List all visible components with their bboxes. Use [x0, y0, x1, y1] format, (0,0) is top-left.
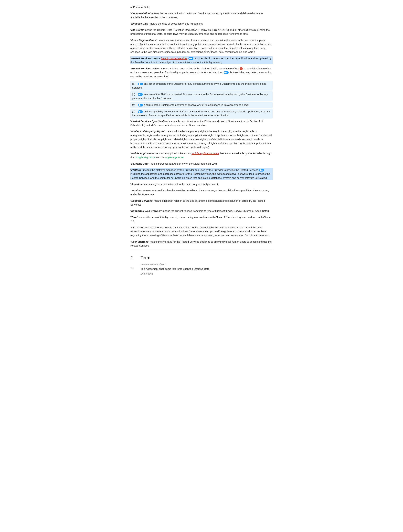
definition-support-services: "Support Services" means support in rela… — [130, 199, 273, 207]
section-divider — [130, 250, 273, 250]
list-toggle-c[interactable]: ► — [138, 104, 143, 107]
definition-term-text: means the term of this Agreement, commen… — [130, 216, 271, 222]
term-supported-web-browser: Supported Web Browser — [131, 209, 161, 212]
mobile-app-name-italic: mobile application name — [191, 152, 219, 155]
personal-data-ref: Personal Data — [133, 6, 149, 8]
list-label-d: (d) — [132, 109, 137, 114]
definition-schedule: "Schedule" means any schedule attached t… — [130, 182, 273, 186]
toggle-circle-2 — [224, 72, 226, 74]
list-label-b: (b) — [132, 92, 137, 96]
clause-2-1-text: This Agreement shall come into force upo… — [140, 267, 273, 271]
definition-mobile-middle: and the — [155, 156, 165, 159]
definition-user-interface: "User Interface" means the interface for… — [130, 240, 273, 248]
toggle-circle-a — [139, 83, 140, 85]
term-uk-gdpr: UK GDPR — [131, 226, 143, 229]
definition-swb-text: means the current release from time to t… — [162, 209, 269, 212]
toggle-circle-c — [139, 104, 140, 106]
definition-services: "Services" means any services that the P… — [130, 189, 273, 196]
definition-hsd-pre: means a defect, error or bug in the Plat… — [160, 67, 239, 70]
list-item-b: (b) ► any use of the Platform or Hosted … — [130, 91, 273, 101]
platform-toggle[interactable]: ► — [259, 169, 264, 171]
list-item-a: (a) ► any act or omission of the Custome… — [130, 81, 273, 91]
list-toggle-b[interactable]: ► — [138, 93, 143, 96]
term-user-interface: User Interface — [131, 240, 148, 243]
toggle-circle — [189, 58, 191, 59]
term-hosted-services-defect: Hosted Services Defect — [131, 67, 159, 70]
definition-hosted-services: "Hosted Services" means identify hosted … — [130, 56, 273, 64]
definition-services-text: means any services that the Provider pro… — [130, 189, 269, 196]
definition-hosted-services-pre: means — [152, 57, 161, 60]
definition-personal-data-text: means personal data under any of the Dat… — [149, 162, 218, 165]
toggle-arrow-right-2: ► — [226, 71, 228, 74]
definition-documentation-text: means the documentation for the Hosted S… — [130, 12, 263, 19]
definition-platform-pre: means the platform managed by the Provid… — [143, 168, 259, 171]
definition-eu-gdpr-text: means the General Data Protection Regula… — [130, 28, 270, 35]
term-term: Term — [131, 216, 137, 219]
term-schedule: Schedule — [131, 183, 143, 186]
definition-effective-date-text: means the date of execution of this Agre… — [149, 22, 203, 25]
error-icon: ! — [239, 67, 243, 70]
list-text-b: any use of the Platform or Hosted Servic… — [132, 93, 268, 100]
top-fragment: of Personal Data; — [130, 5, 273, 9]
definition-uk-gdpr: "UK GDPR" means the EU GDPR as transpose… — [130, 226, 273, 237]
definition-force-majeure: "Force Majeure Event" means an event, or… — [130, 38, 273, 54]
definition-user-interface-text: means the interface for the Hosted Servi… — [130, 240, 272, 247]
toggle-arrow-right: ► — [191, 57, 193, 60]
definition-supported-web-browser: "Supported Web Browser" means the curren… — [130, 209, 273, 213]
toggle-arrow-c: ► — [140, 104, 142, 107]
term-mobile-app: Mobile App — [131, 152, 145, 155]
hosted-services-italic: identify hosted services — [161, 57, 188, 60]
list-item-d: (d) ► an incompatibility between the Pla… — [130, 108, 273, 119]
term-personal-data: Personal Data — [131, 162, 148, 165]
list-label-c: (c) — [132, 103, 137, 107]
term-eu-gdpr: EU GDPR — [131, 28, 143, 31]
term-hosted-services: Hosted Services — [131, 57, 151, 60]
list-label-a: (a) — [132, 82, 137, 86]
definition-eu-gdpr: "EU GDPR" means the General Data Protect… — [130, 28, 273, 36]
section-2-number: 2. — [130, 255, 137, 260]
definition-hosted-services-defect: "Hosted Services Defect" means a defect,… — [130, 67, 273, 78]
list-item-c: (c) ► a failure of the Customer to perfo… — [130, 102, 273, 108]
google-play-store-link: Google Play Store — [135, 156, 155, 159]
hosted-services-defect-toggle[interactable]: ► — [224, 71, 229, 74]
term-effective-date: Effective Date — [131, 22, 148, 25]
clause-2-1-num: 2.1 — [130, 267, 140, 271]
list-toggle-d[interactable]: ► — [138, 110, 143, 113]
clause-2-1-row: 2.1 This Agreement shall come into force… — [130, 267, 273, 271]
definition-hosted-services-spec: "Hosted Services Specification" means th… — [130, 119, 273, 127]
list-toggle-a[interactable]: ► — [138, 83, 143, 85]
definition-platform: "Platform" means the platform managed by… — [130, 168, 273, 180]
definition-effective-date: "Effective Date" means the date of execu… — [130, 22, 273, 25]
definition-mobile-app: "Mobile App" means the mobile applicatio… — [130, 151, 273, 159]
hosted-services-toggle[interactable]: ► — [189, 57, 193, 60]
subheading-end-of-term: End of term — [140, 272, 273, 275]
term-services: Services — [131, 189, 142, 192]
term-documentation: Documentation — [131, 12, 150, 15]
term-hss: Hosted Services Specification — [131, 120, 167, 123]
list-text-a: any act or omission of the Customer or a… — [132, 82, 266, 89]
subheading-commencement: Commencement of term — [140, 263, 273, 266]
definition-personal-data: "Personal Data" means personal data unde… — [130, 162, 273, 166]
term-force-majeure: Force Majeure Event — [131, 39, 156, 42]
toggle-circle-b — [139, 94, 140, 95]
term-ipr: Intellectual Property Rights — [131, 130, 164, 133]
toggle-arrow-b: ► — [140, 93, 142, 96]
definition-term: "Term" means the term of this Agreement,… — [130, 215, 273, 223]
toggle-circle-platform — [260, 169, 262, 171]
term-support-services: Support Services — [131, 199, 152, 202]
toggle-circle-d — [139, 111, 140, 113]
list-text-d: an incompatibility between the Platform … — [132, 110, 271, 117]
toggle-arrow-platform: ► — [262, 169, 263, 171]
apple-app-store-link: Apple App Store — [165, 156, 183, 159]
definition-mobile-end: ; — [183, 156, 184, 159]
toggle-arrow-a: ► — [140, 83, 142, 85]
toggle-arrow-d: ► — [140, 110, 142, 113]
definition-mobile-app-pre: means the mobile application known as — [146, 152, 191, 155]
section-2-heading: 2. Term — [130, 255, 273, 260]
definition-uk-gdpr-text: means the EU GDPR as transposed into UK … — [130, 226, 269, 237]
section-2-title: Term — [140, 255, 150, 260]
definition-documentation: "Documentation" means the documentation … — [130, 11, 273, 19]
definition-ipr: "Intellectual Property Rights" means all… — [130, 129, 273, 149]
term-platform: Platform — [131, 168, 142, 171]
definition-schedule-text: means any schedule attached to the main … — [143, 183, 219, 186]
